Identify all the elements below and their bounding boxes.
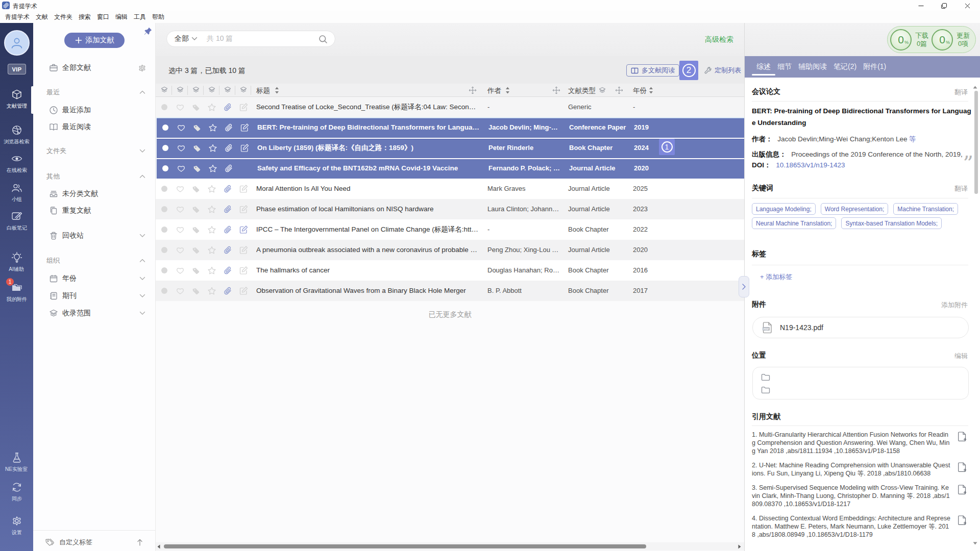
attachment-paperclip-icon[interactable]	[223, 205, 232, 214]
rail-item-sync[interactable]: 同步	[0, 481, 33, 503]
star-icon[interactable]	[208, 246, 216, 254]
add-attachment-link[interactable]: 添加附件	[941, 300, 968, 310]
menu-item-1[interactable]: 青提学术	[0, 11, 33, 23]
row-select-dot-icon[interactable]	[162, 145, 169, 152]
scroll-up-arrow-icon[interactable]	[973, 86, 977, 89]
star-icon[interactable]	[208, 103, 216, 111]
star-icon[interactable]	[208, 287, 216, 295]
menu-item-3[interactable]: 文件夹	[51, 11, 76, 23]
row-select-dot-icon[interactable]	[161, 206, 168, 213]
column-header-type[interactable]: 文献类型	[568, 86, 596, 95]
keyword-chip[interactable]: Language Modeling;	[752, 203, 816, 215]
column-header-title[interactable]: 标题	[256, 86, 270, 95]
tag-icon[interactable]	[192, 104, 200, 111]
star-icon[interactable]	[208, 205, 216, 213]
edit-icon[interactable]	[239, 185, 248, 193]
edit-icon[interactable]	[239, 103, 248, 112]
row-select-dot-icon[interactable]	[162, 165, 169, 172]
sort-icon[interactable]	[505, 87, 510, 94]
menu-item-7[interactable]: 工具	[131, 11, 149, 23]
table-row-10[interactable]: Observation of Gravitational Waves from …	[156, 281, 744, 301]
rail-item-browser-search[interactable]: 浏览器检索	[0, 124, 33, 145]
table-row-8[interactable]: A pneumonia outbreak associated with a n…	[156, 240, 744, 260]
column-move-icon[interactable]	[615, 86, 623, 94]
gear-icon[interactable]	[138, 64, 146, 72]
sidebar-item-duplicates[interactable]: 重复文献	[33, 204, 156, 218]
keyword-chip[interactable]: Neural Machine Translation;	[752, 217, 836, 229]
row-select-dot-icon[interactable]	[161, 186, 168, 192]
row-select-dot-icon[interactable]	[162, 124, 169, 131]
column-move-icon[interactable]	[469, 86, 477, 94]
menu-item-6[interactable]: 编辑	[112, 11, 131, 23]
keywords-translate-link[interactable]: 翻译	[954, 184, 968, 193]
layers-column-icon[interactable]	[598, 87, 606, 94]
row-select-dot-icon[interactable]	[161, 267, 168, 274]
layers-column-icon[interactable]	[160, 86, 168, 93]
tab-3[interactable]: 辅助阅读	[798, 62, 827, 78]
attachment-paperclip-icon[interactable]	[223, 266, 232, 275]
edit-icon[interactable]	[239, 246, 248, 255]
star-icon[interactable]	[208, 185, 216, 193]
table-row-5[interactable]: Moral Attention Is All You NeedMark Grav…	[156, 179, 744, 199]
tag-icon[interactable]	[192, 226, 200, 234]
favorite-heart-icon[interactable]	[176, 226, 185, 234]
chevron-up-icon[interactable]	[139, 90, 145, 94]
favorite-heart-icon[interactable]	[176, 185, 185, 193]
sidebar-item-by-journal[interactable]: 期刊	[33, 289, 156, 303]
tag-icon[interactable]	[192, 287, 200, 295]
star-icon[interactable]	[208, 266, 216, 274]
keyword-chip[interactable]: Syntax-based Translation Models;	[841, 217, 942, 229]
attachment-paperclip-icon[interactable]	[223, 245, 232, 255]
rail-item-documents[interactable]: 文献管理	[0, 88, 33, 110]
panel-scrollbar-thumb[interactable]	[974, 91, 978, 194]
file-plus-icon[interactable]	[958, 462, 967, 472]
row-select-dot-icon[interactable]	[161, 288, 168, 294]
attachment-paperclip-icon[interactable]	[224, 123, 233, 132]
attachment-paperclip-icon[interactable]	[223, 286, 232, 295]
favorite-heart-icon[interactable]	[177, 165, 186, 172]
scroll-down-arrow-icon[interactable]	[973, 542, 977, 545]
file-plus-icon[interactable]	[958, 431, 967, 442]
layers-column-icon[interactable]	[192, 86, 200, 93]
rail-item-whiteboard-notes[interactable]: 白板笔记	[0, 210, 33, 232]
attachment-item[interactable]: PDF N19-1423.pdf	[752, 317, 969, 338]
star-icon[interactable]	[209, 144, 217, 152]
row-select-dot-icon[interactable]	[161, 104, 168, 111]
layers-column-icon[interactable]	[208, 86, 216, 93]
table-row-3[interactable]: On Liberty (1859) (标题译名:《自由之路：1859》)Pete…	[156, 138, 744, 158]
sidebar-item-recently-added[interactable]: 最近添加	[33, 103, 156, 117]
attachment-paperclip-icon[interactable]	[223, 225, 232, 234]
horizontal-scrollbar-thumb[interactable]	[164, 544, 646, 548]
search-icon[interactable]	[318, 34, 328, 44]
rail-item-online-search[interactable]: 在线检索	[0, 153, 33, 174]
sidebar-item-by-year[interactable]: 年份	[33, 271, 156, 286]
chevron-down-icon[interactable]	[139, 294, 145, 298]
multi-read-button[interactable]: 多文献阅读	[626, 64, 679, 77]
window-close-button[interactable]	[960, 0, 975, 11]
tab-2[interactable]: 细节	[777, 62, 792, 78]
customize-list-button[interactable]: 定制列表	[704, 66, 741, 75]
vip-badge[interactable]: VIP	[8, 64, 26, 74]
scroll-right-arrow-icon[interactable]	[738, 544, 741, 549]
chevron-down-icon[interactable]	[139, 234, 145, 238]
avatar[interactable]	[4, 30, 30, 56]
table-row-2[interactable]: BERT: Pre-training of Deep Bidirectional…	[156, 117, 744, 138]
search-filter-dropdown[interactable]: 全部	[175, 34, 198, 43]
sort-icon[interactable]	[275, 87, 279, 94]
chevron-down-icon[interactable]	[139, 277, 145, 281]
favorite-heart-icon[interactable]	[177, 144, 186, 152]
attachment-paperclip-icon[interactable]	[224, 143, 233, 153]
arrow-up-icon[interactable]	[136, 538, 143, 546]
sidebar-item-folders[interactable]: 文件夹	[33, 144, 156, 158]
pin-icon[interactable]	[143, 27, 153, 36]
chevron-down-icon[interactable]	[139, 149, 145, 153]
edit-icon[interactable]	[239, 205, 248, 214]
layers-column-icon[interactable]	[176, 86, 184, 93]
tag-icon[interactable]	[192, 246, 200, 254]
sidebar-item-custom-tags[interactable]: 自定义标签	[33, 535, 156, 550]
attachment-paperclip-icon[interactable]	[223, 184, 232, 193]
rail-item-ne-lab[interactable]: NE实验室	[0, 452, 33, 473]
et-al-link[interactable]: 等	[909, 135, 916, 143]
star-icon[interactable]	[209, 123, 217, 132]
tag-icon[interactable]	[193, 144, 201, 152]
